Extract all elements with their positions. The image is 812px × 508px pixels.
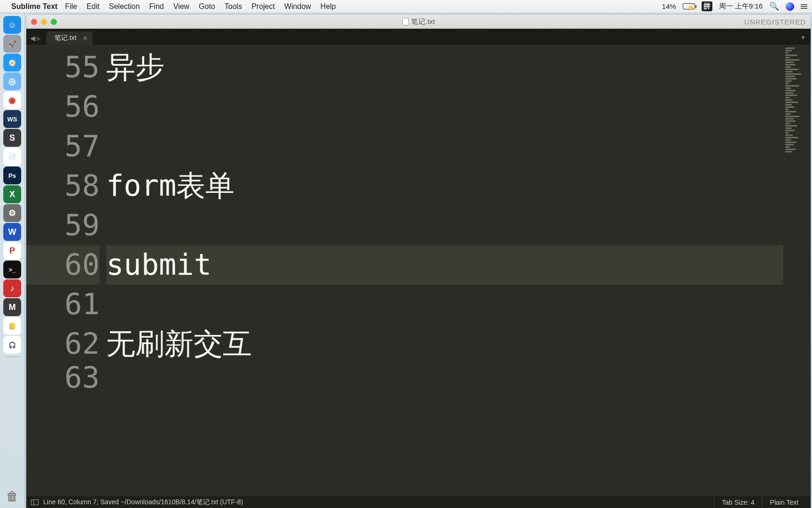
nav-forward-icon[interactable]: ▶: [36, 34, 41, 42]
code-line[interactable]: submit: [106, 245, 783, 285]
dock-item-launchpad[interactable]: 🚀: [3, 35, 21, 53]
tab-bar: ◀ ▶ 笔记.txt ✕ ▼: [26, 29, 811, 45]
editor-area: 555657585960616263 异步form表单submit无刷新交互: [26, 45, 811, 496]
menu-tools[interactable]: Tools: [225, 2, 242, 11]
battery-icon[interactable]: ⚡: [683, 3, 695, 9]
status-tab-size[interactable]: Tab Size: 4: [714, 496, 762, 508]
dock-item-finder[interactable]: ☺: [3, 16, 21, 34]
app-name[interactable]: Sublime Text: [11, 2, 57, 11]
dock-item-chromium[interactable]: ◎: [3, 72, 21, 90]
status-left[interactable]: Line 60, Column 7; Saved ~/Downloads/161…: [43, 498, 243, 507]
close-tab-icon[interactable]: ✕: [83, 35, 88, 42]
menu-edit[interactable]: Edit: [86, 2, 100, 11]
clock[interactable]: 周一 上午9:16: [719, 2, 763, 11]
dock-item-word[interactable]: W: [3, 223, 21, 241]
panel-switcher-icon[interactable]: [31, 500, 39, 505]
menu-file[interactable]: File: [65, 2, 77, 11]
line-number[interactable]: 59: [26, 206, 100, 245]
window-title: 笔记.txt: [402, 17, 435, 26]
zoom-window-button[interactable]: [51, 19, 57, 25]
dock-item-notes[interactable]: 📒: [3, 317, 21, 335]
sublime-window: 笔记.txt UNREGISTERED ◀ ▶ 笔记.txt ✕ ▼ 55565…: [26, 15, 811, 508]
macos-menubar: Sublime Text File Edit Selection Find Vi…: [0, 0, 812, 13]
line-number[interactable]: 62: [26, 324, 100, 364]
dock-item-xiami[interactable]: 🎧: [3, 336, 21, 354]
menu-help[interactable]: Help: [320, 2, 336, 11]
dock-item-pdf[interactable]: P: [3, 242, 21, 260]
menu-goto[interactable]: Goto: [199, 2, 215, 11]
unregistered-label: UNREGISTERED: [744, 18, 806, 26]
spotlight-icon[interactable]: 🔍: [769, 1, 779, 11]
siri-icon[interactable]: [786, 2, 794, 11]
code-line[interactable]: 无刷新交互: [106, 324, 783, 364]
dock-item-webstorm[interactable]: WS: [3, 110, 21, 128]
menu-find[interactable]: Find: [149, 2, 164, 11]
dock-item-excel[interactable]: X: [3, 185, 21, 203]
code-line[interactable]: [106, 364, 783, 392]
menu-window[interactable]: Window: [284, 2, 311, 11]
menubar-status-area: 14% ⚡ 拼 周一 上午9:16 🔍: [662, 1, 807, 11]
dock-item-netease[interactable]: ♪: [3, 279, 21, 297]
tab-label: 笔记.txt: [55, 34, 77, 42]
line-number[interactable]: 63: [26, 364, 100, 392]
status-syntax[interactable]: Plain Text: [762, 496, 806, 508]
notification-center-icon[interactable]: [801, 4, 807, 9]
dock-trash[interactable]: 🗑: [3, 487, 21, 505]
code-line[interactable]: [106, 285, 783, 324]
minimize-window-button[interactable]: [41, 19, 47, 25]
line-number[interactable]: 58: [26, 166, 100, 206]
menu-view[interactable]: View: [173, 2, 189, 11]
line-number[interactable]: 60: [26, 245, 100, 285]
window-title-text: 笔记.txt: [411, 17, 435, 26]
traffic-lights: [31, 19, 57, 25]
dock-item-textedit[interactable]: 📄: [3, 148, 21, 166]
dock-item-sublime[interactable]: S: [3, 129, 21, 147]
line-number[interactable]: 61: [26, 285, 100, 324]
dock-item-settings[interactable]: ⚙: [3, 204, 21, 222]
code-line[interactable]: [106, 127, 783, 166]
code-line[interactable]: [106, 87, 783, 127]
document-icon: [402, 18, 408, 25]
dock-item-safari[interactable]: 🧭: [3, 54, 21, 71]
battery-percent[interactable]: 14%: [662, 2, 676, 10]
menu-selection[interactable]: Selection: [109, 2, 140, 11]
input-method-icon[interactable]: 拼: [702, 1, 712, 11]
close-window-button[interactable]: [31, 19, 37, 25]
code-line[interactable]: [106, 206, 783, 245]
tab-overflow-icon[interactable]: ▼: [800, 34, 806, 41]
dock-item-photoshop[interactable]: Ps: [3, 167, 21, 184]
dock-item-mamp[interactable]: M: [3, 298, 21, 316]
code-line[interactable]: 异步: [106, 48, 783, 87]
window-titlebar[interactable]: 笔记.txt UNREGISTERED: [26, 15, 811, 29]
dock: ☺🚀🧭◎◉WSS📄PsX⚙WP>_♪M📒🎧🗑: [0, 13, 25, 508]
file-tab[interactable]: 笔记.txt ✕: [46, 32, 93, 45]
code-editor[interactable]: 异步form表单submit无刷新交互: [106, 45, 783, 496]
line-number-gutter[interactable]: 555657585960616263: [26, 45, 106, 496]
dock-item-chrome[interactable]: ◉: [3, 91, 21, 109]
code-line[interactable]: form表单: [106, 166, 783, 206]
menu-project[interactable]: Project: [251, 2, 275, 11]
line-number[interactable]: 55: [26, 48, 100, 87]
status-bar: Line 60, Column 7; Saved ~/Downloads/161…: [26, 496, 811, 508]
minimap[interactable]: [783, 45, 811, 496]
line-number[interactable]: 57: [26, 127, 100, 166]
nav-back-icon[interactable]: ◀: [30, 34, 35, 42]
dock-item-terminal[interactable]: >_: [3, 261, 21, 278]
line-number[interactable]: 56: [26, 87, 100, 127]
tab-nav-arrows: ◀ ▶: [30, 34, 41, 45]
